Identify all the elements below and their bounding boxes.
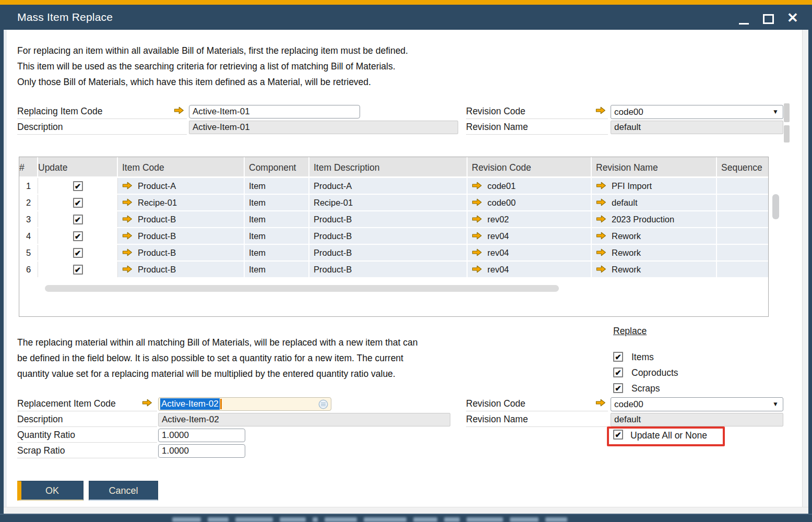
column-header-revision-code[interactable]: Revision Code [468, 157, 592, 178]
item-code-cell[interactable]: Product-B [118, 262, 245, 277]
replacement-revision-code-dropdown[interactable]: code00 ▼ [611, 397, 783, 411]
component-cell: Item [245, 228, 309, 244]
scrap-ratio-input[interactable]: 1.0000 [158, 444, 245, 458]
item-code-cell[interactable]: Recipe-01 [118, 195, 245, 210]
sequence-cell [717, 228, 768, 244]
link-arrow-icon[interactable] [596, 248, 607, 257]
column-header-item-code[interactable]: Item Code [118, 157, 245, 178]
coproducts-checkbox[interactable]: ✔ [613, 367, 623, 377]
replacement-item-code-input[interactable]: Active-Item-02 [158, 397, 331, 411]
revision-code-text: code01 [487, 181, 516, 191]
horizontal-scrollbar-thumb[interactable] [45, 285, 559, 292]
quantity-ratio-label: Quantity Ratio [17, 429, 157, 443]
item-description-cell: Product-B [309, 228, 468, 244]
link-arrow-icon[interactable] [122, 182, 134, 190]
link-arrow-icon[interactable] [596, 182, 607, 190]
link-arrow-icon[interactable] [472, 215, 483, 223]
mid-line-2: be defined in the field below. It is als… [17, 350, 417, 366]
item-code-cell[interactable]: Product-A [118, 178, 245, 194]
maximize-icon[interactable] [763, 14, 774, 24]
dialog-scrollbar-thumb[interactable] [784, 125, 790, 143]
link-arrow-icon[interactable] [472, 182, 483, 190]
link-arrow-icon[interactable] [174, 106, 185, 115]
title-bar[interactable] [0, 5, 812, 30]
link-arrow-icon[interactable] [596, 232, 607, 240]
dialog-scrollbar-track[interactable] [802, 30, 808, 514]
item-code-cell[interactable]: Product-B [118, 228, 245, 244]
column-header-item-description[interactable]: Item Description [309, 157, 468, 178]
items-checkbox[interactable]: ✔ [613, 352, 623, 362]
chevron-down-icon[interactable]: ▼ [772, 105, 779, 118]
update-checkbox[interactable]: ✔ [73, 248, 83, 258]
link-arrow-icon[interactable] [595, 106, 607, 115]
replace-section-title[interactable]: Replace [613, 326, 647, 337]
row-number-cell: 2 [19, 195, 38, 210]
item-description-cell: Product-B [309, 245, 468, 260]
ok-button[interactable]: OK [17, 481, 83, 501]
link-arrow-icon[interactable] [596, 198, 607, 207]
link-arrow-icon[interactable] [122, 198, 134, 207]
items-checkbox-label: Items [631, 352, 654, 363]
dialog-scrollbar-thumb[interactable] [784, 103, 790, 122]
replacing-item-code-input[interactable]: Active-Item-01 [189, 105, 360, 118]
revision-name-cell[interactable]: Rework [592, 228, 717, 244]
revision-name-cell[interactable]: PFI Import [592, 178, 717, 194]
revision-code-cell[interactable]: code00 [468, 195, 592, 210]
close-icon[interactable]: ✕ [785, 9, 801, 26]
quantity-ratio-input[interactable]: 1.0000 [158, 429, 245, 442]
column-header-update[interactable]: Update [38, 157, 118, 178]
revision-code-cell[interactable]: rev04 [468, 228, 592, 244]
revision-code-cell[interactable]: code01 [468, 178, 592, 194]
item-description-cell: Product-B [309, 211, 468, 227]
item-description-cell: Product-B [309, 262, 468, 277]
component-cell: Item [245, 245, 309, 260]
revision-code-cell[interactable]: rev04 [468, 245, 592, 260]
link-arrow-icon[interactable] [122, 248, 134, 257]
column-header-revision-name[interactable]: Revision Name [592, 157, 717, 178]
update-checkbox[interactable]: ✔ [73, 231, 83, 241]
table-row: 6✔Product-BItemProduct-Brev04Rework [19, 262, 768, 278]
chevron-down-icon[interactable]: ▼ [772, 398, 779, 411]
cancel-button[interactable]: Cancel [89, 481, 158, 501]
background-window-blurred-text [172, 517, 567, 522]
link-arrow-icon[interactable] [472, 198, 483, 207]
revision-name-cell[interactable]: 2023 Production [592, 211, 717, 227]
revision-code-dropdown[interactable]: code00 ▼ [611, 105, 783, 119]
item-code-text: Product-B [138, 231, 176, 241]
item-code-cell[interactable]: Product-B [118, 211, 245, 227]
revision-name-cell[interactable]: Rework [592, 245, 717, 260]
link-arrow-icon[interactable] [596, 215, 607, 223]
column-header-number[interactable]: # [19, 157, 38, 178]
link-arrow-icon[interactable] [472, 232, 483, 240]
intro-line-1: For replacing an item within all availab… [17, 43, 408, 58]
link-arrow-icon[interactable] [596, 265, 607, 274]
column-header-component[interactable]: Component [245, 157, 309, 178]
link-arrow-icon[interactable] [595, 399, 607, 407]
update-checkbox[interactable]: ✔ [73, 198, 83, 208]
table-vertical-scrollbar-thumb[interactable] [772, 194, 779, 219]
replacement-description-label: Description [17, 413, 157, 427]
revision-code-cell[interactable]: rev04 [468, 262, 592, 277]
link-arrow-icon[interactable] [122, 265, 134, 274]
link-arrow-icon[interactable] [142, 399, 153, 407]
update-checkbox[interactable]: ✔ [73, 181, 83, 191]
choose-from-list-icon[interactable] [318, 399, 328, 413]
item-code-text: Recipe-01 [138, 198, 177, 208]
update-cell: ✔ [38, 245, 118, 260]
update-checkbox[interactable]: ✔ [73, 215, 83, 224]
link-arrow-icon[interactable] [472, 248, 483, 257]
minimize-icon[interactable] [739, 23, 749, 25]
revision-name-cell[interactable]: default [592, 195, 717, 210]
update-checkbox[interactable]: ✔ [73, 265, 83, 275]
link-arrow-icon[interactable] [122, 215, 134, 223]
scraps-checkbox[interactable]: ✔ [613, 383, 623, 393]
row-number-cell: 6 [19, 262, 38, 277]
revision-code-cell[interactable]: rev02 [468, 211, 592, 227]
item-code-cell[interactable]: Product-B [118, 245, 245, 260]
update-cell: ✔ [38, 195, 118, 210]
revision-name-cell[interactable]: Rework [592, 262, 717, 277]
link-arrow-icon[interactable] [472, 265, 483, 274]
link-arrow-icon[interactable] [122, 232, 134, 240]
column-header-sequence[interactable]: Sequence [717, 157, 768, 178]
sequence-cell [717, 245, 768, 260]
